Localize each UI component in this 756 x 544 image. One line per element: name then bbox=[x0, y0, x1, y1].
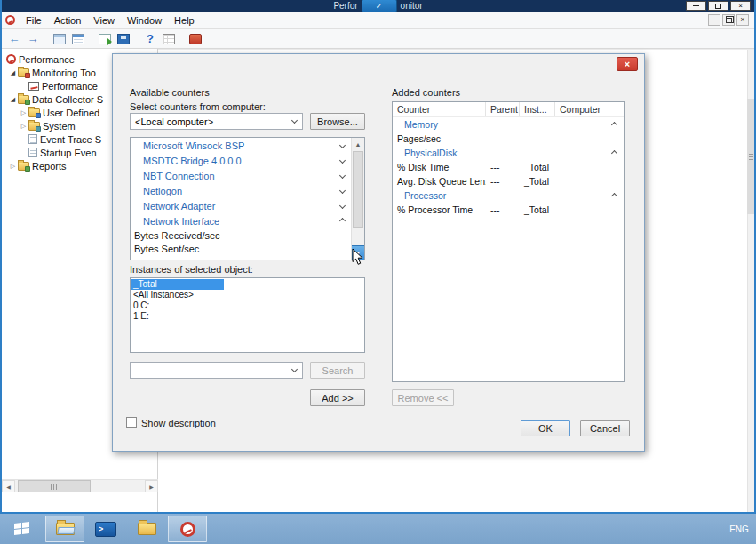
table-row[interactable]: Pages/sec --- --- bbox=[393, 132, 624, 146]
table-row[interactable]: % Disk Time --- _Total bbox=[393, 160, 624, 174]
taskbar-powershell[interactable]: >_ bbox=[86, 516, 125, 542]
save-button[interactable] bbox=[115, 31, 131, 47]
mdi-minimize-button[interactable] bbox=[708, 14, 720, 26]
check-dropdown-button[interactable]: ✓ bbox=[362, 0, 397, 12]
counter-cell: Avg. Disk Queue Len... bbox=[393, 174, 486, 188]
expanded-icon[interactable]: ◢ bbox=[8, 66, 18, 79]
column-header-parent[interactable]: Parent bbox=[486, 102, 520, 116]
collapsed-icon[interactable]: ▷ bbox=[19, 106, 28, 119]
table-group-row[interactable]: Memory bbox=[393, 117, 624, 132]
table-row[interactable]: % Processor Time --- _Total bbox=[393, 203, 624, 217]
column-header-inst[interactable]: Inst... bbox=[520, 102, 555, 116]
close-button[interactable]: × bbox=[730, 1, 751, 11]
counter-category[interactable]: Microsoft Winsock BSP bbox=[131, 138, 351, 153]
counters-list-scrollbar[interactable]: ▲ ▼ bbox=[351, 138, 364, 260]
grid-view-button[interactable] bbox=[161, 31, 177, 47]
list-view-icon bbox=[72, 34, 84, 44]
scroll-right-button[interactable]: ▶ bbox=[145, 480, 158, 492]
scroll-left-button[interactable]: ◀ bbox=[2, 480, 15, 492]
menu-view[interactable]: View bbox=[87, 15, 121, 26]
add-button[interactable]: Add >> bbox=[310, 389, 365, 406]
instance-search-combobox[interactable] bbox=[130, 362, 303, 379]
scrollbar-track[interactable] bbox=[15, 480, 145, 492]
tree-horizontal-scrollbar[interactable]: ◀ ▶ bbox=[2, 479, 158, 492]
chevron-down-icon[interactable] bbox=[339, 157, 346, 164]
chevron-down-icon[interactable] bbox=[339, 142, 346, 148]
mdi-restore-button[interactable] bbox=[722, 14, 735, 26]
scrollbar-thumb[interactable] bbox=[18, 480, 91, 492]
counter-category[interactable]: Netlogon bbox=[131, 183, 351, 198]
computer-combobox[interactable]: <Local computer> bbox=[130, 113, 303, 130]
taskbar-file-explorer[interactable] bbox=[45, 516, 84, 542]
column-header-counter[interactable]: Counter bbox=[393, 102, 486, 116]
taskbar-performance-monitor[interactable] bbox=[168, 516, 207, 542]
show-console-tree-button[interactable] bbox=[52, 31, 68, 47]
counter-category[interactable]: Network Adapter bbox=[131, 198, 351, 213]
window-title-left: Perfor bbox=[333, 1, 357, 11]
counter-item[interactable]: Bytes Sent/sec bbox=[131, 242, 351, 255]
counter-category-expanded[interactable]: Network Interface bbox=[131, 213, 351, 228]
content-vertical-scrollbar[interactable] bbox=[747, 50, 754, 512]
close-icon: × bbox=[625, 60, 630, 69]
computer-cell bbox=[555, 132, 624, 146]
chevron-up-icon[interactable] bbox=[611, 150, 617, 156]
language-indicator[interactable]: ENG bbox=[722, 514, 756, 544]
highlight-button[interactable] bbox=[187, 31, 203, 47]
toolbar: ← → ? bbox=[2, 29, 754, 49]
ok-button[interactable]: OK bbox=[521, 420, 570, 436]
expanded-icon[interactable]: ◢ bbox=[8, 92, 18, 106]
browse-button[interactable]: Browse... bbox=[310, 113, 365, 130]
scrollbar-thumb[interactable] bbox=[353, 151, 363, 228]
counter-category[interactable]: NBT Connection bbox=[131, 168, 351, 183]
table-group-row[interactable]: PhysicalDisk bbox=[393, 146, 624, 160]
chevron-down-icon[interactable] bbox=[339, 172, 346, 179]
scroll-up-button[interactable]: ▲ bbox=[352, 138, 364, 151]
cancel-button[interactable]: Cancel bbox=[580, 420, 630, 436]
chevron-up-icon[interactable] bbox=[611, 193, 617, 199]
remove-button[interactable]: Remove << bbox=[392, 389, 454, 406]
menu-help[interactable]: Help bbox=[168, 15, 201, 26]
show-description-checkbox[interactable] bbox=[126, 417, 137, 428]
taskbar-server-manager[interactable] bbox=[127, 516, 166, 542]
collapsed-icon[interactable]: ▷ bbox=[19, 119, 28, 132]
menu-action[interactable]: Action bbox=[48, 15, 88, 26]
scrollbar-thumb[interactable] bbox=[747, 99, 754, 214]
table-row[interactable]: Avg. Disk Queue Len... --- _Total bbox=[393, 174, 624, 188]
export-button[interactable] bbox=[97, 31, 113, 47]
dialog-close-button[interactable]: × bbox=[617, 57, 638, 71]
search-button[interactable]: Search bbox=[310, 362, 365, 379]
counter-category[interactable]: MSDTC Bridge 4.0.0.0 bbox=[131, 153, 351, 168]
available-counters-list[interactable]: Microsoft Winsock BSP MSDTC Bridge 4.0.0… bbox=[130, 137, 365, 260]
tree-item-label: Performance bbox=[42, 81, 98, 92]
list-view-button[interactable] bbox=[70, 31, 86, 47]
instance-item-selected[interactable]: _Total bbox=[131, 279, 364, 290]
chevron-up-icon[interactable] bbox=[611, 122, 617, 128]
menu-file[interactable]: File bbox=[20, 15, 48, 26]
ok-button-label: OK bbox=[538, 423, 553, 434]
counter-item[interactable]: Bytes Received/sec bbox=[131, 228, 351, 242]
chevron-down-icon[interactable] bbox=[339, 188, 346, 194]
help-button[interactable]: ? bbox=[142, 31, 158, 47]
counter-category-label: NBT Connection bbox=[143, 171, 215, 181]
computer-cell bbox=[555, 174, 624, 188]
tree-item-label: Reports bbox=[32, 161, 67, 172]
forward-button[interactable]: → bbox=[25, 31, 41, 47]
chevron-up-icon[interactable] bbox=[339, 218, 346, 224]
chevron-down-icon[interactable] bbox=[339, 203, 346, 209]
instance-item[interactable]: 1 E: bbox=[131, 311, 364, 322]
save-icon bbox=[117, 34, 130, 44]
mdi-close-button[interactable]: × bbox=[736, 14, 749, 26]
back-button[interactable]: ← bbox=[6, 31, 22, 47]
maximize-button[interactable] bbox=[708, 1, 728, 11]
column-header-computer[interactable]: Computer bbox=[555, 102, 624, 116]
instance-item[interactable]: 0 C: bbox=[131, 300, 364, 311]
menu-window[interactable]: Window bbox=[121, 15, 168, 26]
table-group-row[interactable]: Processor bbox=[393, 188, 624, 203]
instances-list[interactable]: _Total <All instances> 0 C: 1 E: bbox=[130, 277, 365, 353]
start-button[interactable] bbox=[1, 516, 44, 542]
added-counters-table[interactable]: Counter Parent Inst... Computer Memory P… bbox=[392, 101, 625, 382]
language-label: ENG bbox=[729, 524, 749, 534]
collapsed-icon[interactable]: ▷ bbox=[8, 159, 18, 172]
instance-item[interactable]: <All instances> bbox=[131, 290, 364, 300]
minimize-button[interactable] bbox=[686, 1, 706, 11]
